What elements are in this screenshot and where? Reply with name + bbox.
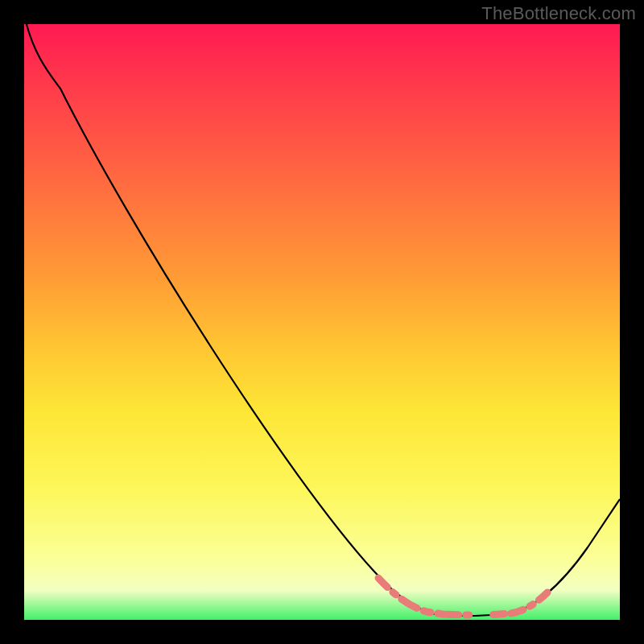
chart-frame: TheBottleneck.com (0, 0, 644, 644)
watermark-text: TheBottleneck.com (481, 3, 636, 24)
optimal-range-marker (378, 578, 547, 615)
curve-line (24, 24, 620, 616)
bottleneck-curve (24, 24, 620, 620)
plot-area (24, 24, 620, 620)
